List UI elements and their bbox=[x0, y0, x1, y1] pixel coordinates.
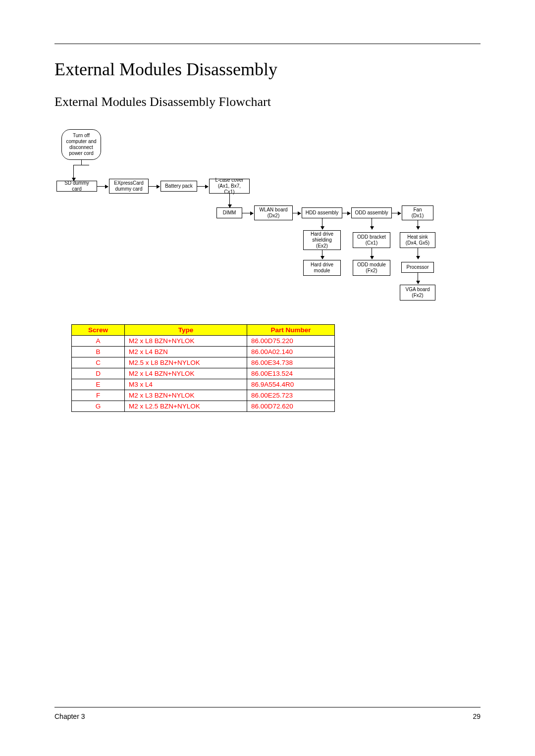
fc-arrow bbox=[293, 213, 301, 213]
node-battery: Battery pack bbox=[160, 181, 197, 192]
footer-page-number: 29 bbox=[473, 712, 481, 720]
cell-part: 86.00E13.524 bbox=[247, 368, 335, 379]
table-row: CM2.5 x L8 BZN+NYLOK86.00E34.738 bbox=[72, 357, 335, 368]
fc-arrow bbox=[418, 248, 418, 259]
page: External Modules Disassembly External Mo… bbox=[0, 0, 535, 412]
heading-sub: External Modules Disassembly Flowchart bbox=[54, 95, 481, 109]
node-hdd-shielding: Hard drive shielding (Ex2) bbox=[303, 230, 341, 250]
cell-screw: F bbox=[72, 390, 125, 401]
cell-part: 86.00D72.620 bbox=[247, 401, 335, 412]
cell-screw: E bbox=[72, 379, 125, 390]
node-expresscard: EXpressCard dummy card bbox=[109, 179, 149, 194]
fc-arrow bbox=[418, 220, 418, 229]
fc-arrow bbox=[322, 250, 322, 259]
fc-arrow bbox=[242, 213, 253, 213]
cell-part: 86.00D75.220 bbox=[247, 336, 335, 347]
table-row: AM2 x L8 BZN+NYLOK86.00D75.220 bbox=[72, 336, 335, 347]
screw-table: Screw Type Part Number AM2 x L8 BZN+NYLO… bbox=[71, 324, 335, 412]
col-screw: Screw bbox=[72, 325, 125, 336]
fc-arrow bbox=[418, 273, 418, 284]
cell-type: M2 x L4 BZN bbox=[125, 347, 247, 357]
node-wlan: WLAN board (Dx2) bbox=[254, 205, 293, 220]
fc-arrow bbox=[73, 165, 74, 181]
node-heatsink: Heat sink (Dx4, Gx5) bbox=[400, 232, 435, 248]
table-header-row: Screw Type Part Number bbox=[72, 325, 335, 336]
fc-line bbox=[73, 165, 89, 165]
cell-type: M2.5 x L8 BZN+NYLOK bbox=[125, 357, 247, 368]
cell-screw: B bbox=[72, 347, 125, 357]
cell-type: M2 x L8 BZN+NYLOK bbox=[125, 336, 247, 347]
cell-type: M3 x L4 bbox=[125, 379, 247, 390]
fc-line bbox=[81, 160, 82, 165]
fc-arrow bbox=[372, 218, 372, 229]
node-processor: Processor bbox=[401, 262, 434, 273]
cell-type: M2 x L3 BZN+NYLOK bbox=[125, 390, 247, 401]
node-odd-bracket: ODD bracket (Cx1) bbox=[353, 232, 390, 248]
table-row: BM2 x L4 BZN86.00A02.140 bbox=[72, 347, 335, 357]
table-row: GM2 x L2.5 BZN+NYLOK86.00D72.620 bbox=[72, 401, 335, 412]
fc-arrow bbox=[342, 213, 350, 213]
cell-part: 86.00E25.723 bbox=[247, 390, 335, 401]
col-type: Type bbox=[125, 325, 247, 336]
node-hdd-assembly: HDD assembly bbox=[302, 207, 342, 218]
cell-screw: A bbox=[72, 336, 125, 347]
node-odd-module: ODD module (Fx2) bbox=[353, 260, 390, 276]
node-fan: Fan (Dx1) bbox=[402, 205, 433, 220]
fc-arrow bbox=[197, 186, 208, 187]
cell-screw: C bbox=[72, 357, 125, 368]
rule-top bbox=[54, 44, 481, 44]
cell-screw: G bbox=[72, 401, 125, 412]
table-row: FM2 x L3 BZN+NYLOK86.00E25.723 bbox=[72, 390, 335, 401]
node-start: Turn off computer and disconnect power c… bbox=[61, 129, 101, 160]
fc-arrow bbox=[229, 194, 230, 207]
col-part: Part Number bbox=[247, 325, 335, 336]
cell-part: 86.00A02.140 bbox=[247, 347, 335, 357]
node-dimm: DIMM bbox=[216, 207, 242, 218]
flowchart: Turn off computer and disconnect power c… bbox=[54, 129, 481, 312]
table-row: EM3 x L486.9A554.4R0 bbox=[72, 379, 335, 390]
footer-chapter: Chapter 3 bbox=[54, 712, 85, 720]
node-vga: VGA board (Fx2) bbox=[400, 285, 435, 301]
cell-part: 86.9A554.4R0 bbox=[247, 379, 335, 390]
cell-screw: D bbox=[72, 368, 125, 379]
node-hdd-module: Hard drive module bbox=[303, 260, 341, 276]
fc-arrow bbox=[392, 213, 401, 213]
page-footer: Chapter 3 29 bbox=[54, 707, 481, 720]
cell-type: M2 x L4 BZN+NYLOK bbox=[125, 368, 247, 379]
fc-arrow bbox=[322, 218, 322, 229]
fc-arrow bbox=[97, 186, 108, 187]
fc-arrow bbox=[149, 186, 160, 187]
node-odd-assembly: ODD assembly bbox=[351, 207, 392, 218]
cell-part: 86.00E34.738 bbox=[247, 357, 335, 368]
heading-main: External Modules Disassembly bbox=[54, 59, 481, 80]
node-lcase: L-case cover (Ax1, Bx7, Cx1) bbox=[209, 179, 250, 194]
table-row: DM2 x L4 BZN+NYLOK86.00E13.524 bbox=[72, 368, 335, 379]
cell-type: M2 x L2.5 BZN+NYLOK bbox=[125, 401, 247, 412]
node-sd: SD dummy card bbox=[56, 181, 97, 192]
fc-arrow bbox=[372, 248, 372, 259]
